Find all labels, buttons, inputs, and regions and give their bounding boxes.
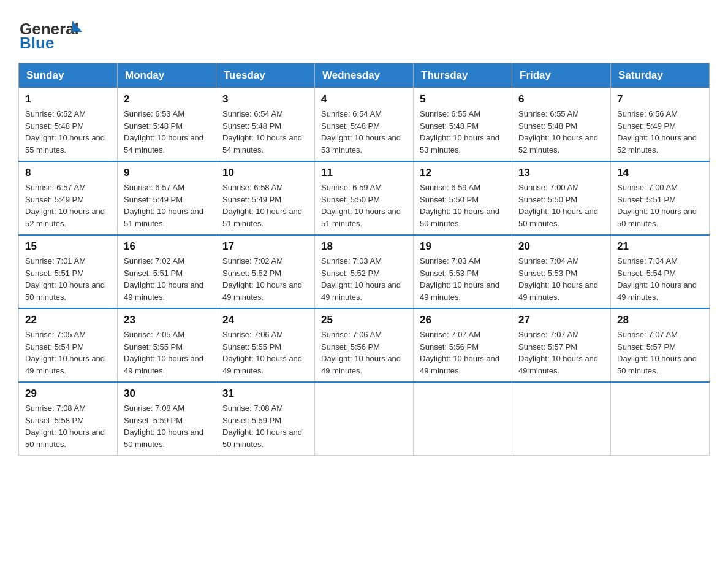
day-number: 15 xyxy=(25,240,111,253)
day-number: 30 xyxy=(124,388,210,400)
logo-svg: General Blue xyxy=(18,15,86,52)
header-friday: Friday xyxy=(512,63,611,88)
day-info: Sunrise: 6:54 AMSunset: 5:48 PMDaylight:… xyxy=(321,108,407,156)
calendar-cell: 18Sunrise: 7:03 AMSunset: 5:52 PMDayligh… xyxy=(315,235,414,308)
day-number: 9 xyxy=(124,167,210,179)
day-number: 17 xyxy=(222,240,308,253)
calendar-cell: 19Sunrise: 7:03 AMSunset: 5:53 PMDayligh… xyxy=(414,235,512,308)
day-number: 3 xyxy=(222,93,308,105)
day-number: 23 xyxy=(124,314,210,326)
calendar-cell: 25Sunrise: 7:06 AMSunset: 5:56 PMDayligh… xyxy=(315,308,414,382)
calendar-cell: 1Sunrise: 6:52 AMSunset: 5:48 PMDaylight… xyxy=(19,88,118,162)
day-info: Sunrise: 7:01 AMSunset: 5:51 PMDaylight:… xyxy=(25,255,111,303)
calendar-cell: 30Sunrise: 7:08 AMSunset: 5:59 PMDayligh… xyxy=(118,382,216,456)
day-number: 27 xyxy=(518,314,604,326)
day-number: 26 xyxy=(420,314,506,326)
calendar-cell: 9Sunrise: 6:57 AMSunset: 5:49 PMDaylight… xyxy=(118,161,216,235)
calendar-cell: 24Sunrise: 7:06 AMSunset: 5:55 PMDayligh… xyxy=(216,308,315,382)
header-thursday: Thursday xyxy=(414,63,512,88)
day-info: Sunrise: 7:04 AMSunset: 5:54 PMDaylight:… xyxy=(617,255,703,303)
calendar-week-1: 1Sunrise: 6:52 AMSunset: 5:48 PMDaylight… xyxy=(19,88,710,162)
day-number: 31 xyxy=(222,388,308,400)
day-number: 20 xyxy=(518,240,604,253)
day-number: 11 xyxy=(321,167,407,179)
calendar-cell: 3Sunrise: 6:54 AMSunset: 5:48 PMDaylight… xyxy=(216,88,315,162)
calendar-cell: 27Sunrise: 7:07 AMSunset: 5:57 PMDayligh… xyxy=(512,308,611,382)
day-info: Sunrise: 7:00 AMSunset: 5:50 PMDaylight:… xyxy=(518,182,604,229)
day-info: Sunrise: 6:55 AMSunset: 5:48 PMDaylight:… xyxy=(420,108,506,156)
calendar-cell: 14Sunrise: 7:00 AMSunset: 5:51 PMDayligh… xyxy=(611,161,710,235)
header-wednesday: Wednesday xyxy=(315,63,414,88)
svg-text:Blue: Blue xyxy=(20,34,54,52)
day-info: Sunrise: 7:07 AMSunset: 5:57 PMDaylight:… xyxy=(518,329,604,377)
day-number: 22 xyxy=(25,314,111,326)
day-info: Sunrise: 6:55 AMSunset: 5:48 PMDaylight:… xyxy=(518,108,604,156)
day-number: 16 xyxy=(124,240,210,253)
calendar-cell: 23Sunrise: 7:05 AMSunset: 5:55 PMDayligh… xyxy=(118,308,216,382)
header-saturday: Saturday xyxy=(611,63,710,88)
day-info: Sunrise: 6:57 AMSunset: 5:49 PMDaylight:… xyxy=(25,182,111,229)
calendar-cell: 4Sunrise: 6:54 AMSunset: 5:48 PMDaylight… xyxy=(315,88,414,162)
day-info: Sunrise: 6:52 AMSunset: 5:48 PMDaylight:… xyxy=(25,108,111,156)
day-info: Sunrise: 7:02 AMSunset: 5:52 PMDaylight:… xyxy=(222,255,308,303)
day-number: 6 xyxy=(518,93,604,105)
day-number: 19 xyxy=(420,240,506,253)
day-number: 12 xyxy=(420,167,506,179)
day-number: 5 xyxy=(420,93,506,105)
day-info: Sunrise: 7:00 AMSunset: 5:51 PMDaylight:… xyxy=(617,182,703,229)
calendar-cell: 26Sunrise: 7:07 AMSunset: 5:56 PMDayligh… xyxy=(414,308,512,382)
day-info: Sunrise: 6:59 AMSunset: 5:50 PMDaylight:… xyxy=(420,182,506,229)
day-number: 14 xyxy=(617,167,703,179)
day-info: Sunrise: 7:03 AMSunset: 5:53 PMDaylight:… xyxy=(420,255,506,303)
calendar-cell: 20Sunrise: 7:04 AMSunset: 5:53 PMDayligh… xyxy=(512,235,611,308)
calendar-cell: 7Sunrise: 6:56 AMSunset: 5:49 PMDaylight… xyxy=(611,88,710,162)
calendar-cell: 13Sunrise: 7:00 AMSunset: 5:50 PMDayligh… xyxy=(512,161,611,235)
calendar-cell xyxy=(315,382,414,456)
day-info: Sunrise: 7:08 AMSunset: 5:58 PMDaylight:… xyxy=(25,402,111,450)
logo: General Blue xyxy=(18,15,86,52)
day-info: Sunrise: 7:03 AMSunset: 5:52 PMDaylight:… xyxy=(321,255,407,303)
calendar-cell: 21Sunrise: 7:04 AMSunset: 5:54 PMDayligh… xyxy=(611,235,710,308)
day-info: Sunrise: 6:59 AMSunset: 5:50 PMDaylight:… xyxy=(321,182,407,229)
calendar-cell: 8Sunrise: 6:57 AMSunset: 5:49 PMDaylight… xyxy=(19,161,118,235)
day-info: Sunrise: 6:56 AMSunset: 5:49 PMDaylight:… xyxy=(617,108,703,156)
calendar-cell: 12Sunrise: 6:59 AMSunset: 5:50 PMDayligh… xyxy=(414,161,512,235)
day-number: 18 xyxy=(321,240,407,253)
calendar-cell: 16Sunrise: 7:02 AMSunset: 5:51 PMDayligh… xyxy=(118,235,216,308)
day-info: Sunrise: 7:06 AMSunset: 5:56 PMDaylight:… xyxy=(321,329,407,377)
day-info: Sunrise: 6:53 AMSunset: 5:48 PMDaylight:… xyxy=(124,108,210,156)
calendar-cell xyxy=(611,382,710,456)
day-number: 29 xyxy=(25,388,111,400)
day-info: Sunrise: 6:58 AMSunset: 5:49 PMDaylight:… xyxy=(222,182,308,229)
day-info: Sunrise: 6:54 AMSunset: 5:48 PMDaylight:… xyxy=(222,108,308,156)
day-info: Sunrise: 7:02 AMSunset: 5:51 PMDaylight:… xyxy=(124,255,210,303)
day-number: 10 xyxy=(222,167,308,179)
day-info: Sunrise: 7:08 AMSunset: 5:59 PMDaylight:… xyxy=(124,402,210,450)
day-info: Sunrise: 6:57 AMSunset: 5:49 PMDaylight:… xyxy=(124,182,210,229)
day-number: 21 xyxy=(617,240,703,253)
day-info: Sunrise: 7:08 AMSunset: 5:59 PMDaylight:… xyxy=(222,402,308,450)
calendar-cell xyxy=(512,382,611,456)
day-info: Sunrise: 7:07 AMSunset: 5:56 PMDaylight:… xyxy=(420,329,506,377)
page-header: General Blue xyxy=(18,15,710,52)
calendar-cell xyxy=(414,382,512,456)
day-number: 28 xyxy=(617,314,703,326)
calendar-cell: 28Sunrise: 7:07 AMSunset: 5:57 PMDayligh… xyxy=(611,308,710,382)
calendar-cell: 17Sunrise: 7:02 AMSunset: 5:52 PMDayligh… xyxy=(216,235,315,308)
calendar-header-row: SundayMondayTuesdayWednesdayThursdayFrid… xyxy=(19,63,710,88)
day-number: 13 xyxy=(518,167,604,179)
calendar-week-2: 8Sunrise: 6:57 AMSunset: 5:49 PMDaylight… xyxy=(19,161,710,235)
calendar-cell: 11Sunrise: 6:59 AMSunset: 5:50 PMDayligh… xyxy=(315,161,414,235)
day-number: 4 xyxy=(321,93,407,105)
day-info: Sunrise: 7:05 AMSunset: 5:54 PMDaylight:… xyxy=(25,329,111,377)
calendar-cell: 22Sunrise: 7:05 AMSunset: 5:54 PMDayligh… xyxy=(19,308,118,382)
calendar-table: SundayMondayTuesdayWednesdayThursdayFrid… xyxy=(18,63,710,456)
calendar-cell: 5Sunrise: 6:55 AMSunset: 5:48 PMDaylight… xyxy=(414,88,512,162)
calendar-cell: 15Sunrise: 7:01 AMSunset: 5:51 PMDayligh… xyxy=(19,235,118,308)
day-info: Sunrise: 7:04 AMSunset: 5:53 PMDaylight:… xyxy=(518,255,604,303)
calendar-cell: 29Sunrise: 7:08 AMSunset: 5:58 PMDayligh… xyxy=(19,382,118,456)
calendar-week-4: 22Sunrise: 7:05 AMSunset: 5:54 PMDayligh… xyxy=(19,308,710,382)
header-sunday: Sunday xyxy=(19,63,118,88)
day-info: Sunrise: 7:05 AMSunset: 5:55 PMDaylight:… xyxy=(124,329,210,377)
day-info: Sunrise: 7:07 AMSunset: 5:57 PMDaylight:… xyxy=(617,329,703,377)
